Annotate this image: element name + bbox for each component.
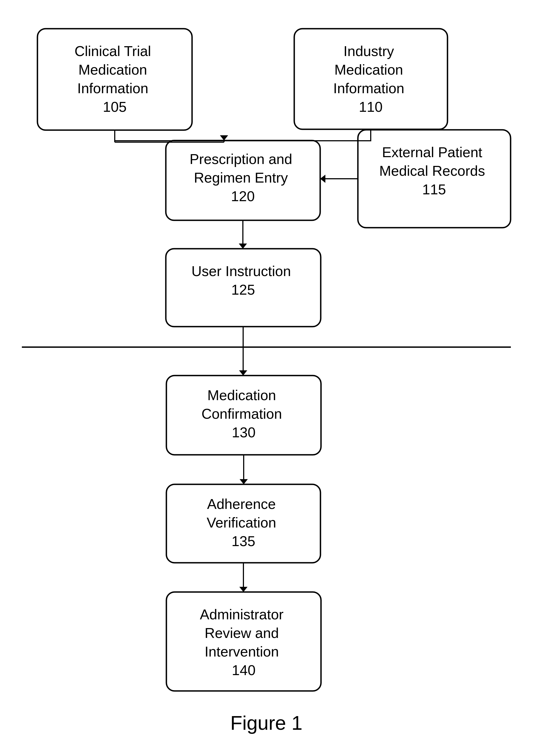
svg-marker-11 [240, 479, 248, 484]
svg-marker-9 [239, 370, 247, 376]
figure-label: Figure 1 [230, 712, 303, 734]
diagram-container: Clinical Trial Medication Information 10… [0, 0, 533, 756]
svg-marker-7 [239, 244, 247, 249]
svg-marker-15 [320, 175, 325, 183]
svg-marker-13 [239, 587, 248, 592]
